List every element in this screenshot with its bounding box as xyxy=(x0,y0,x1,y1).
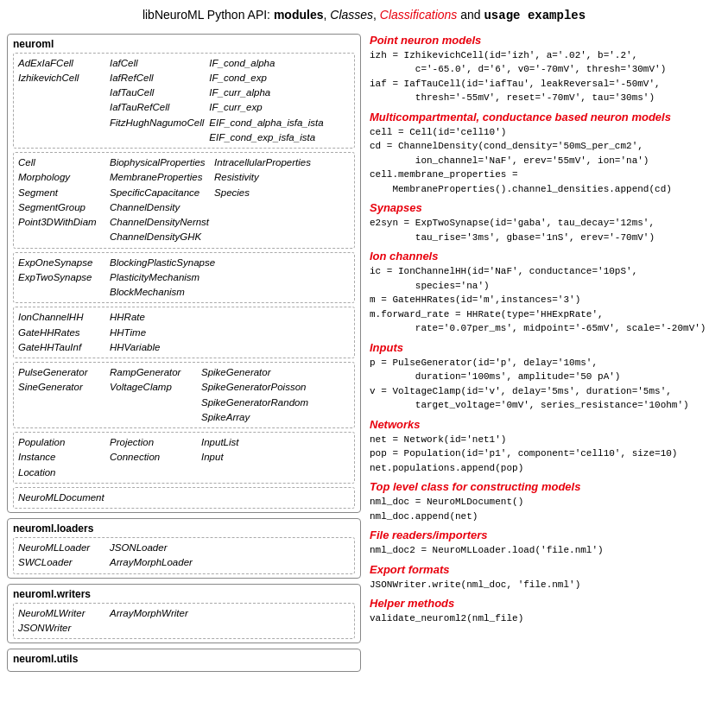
list-item: SpikeArray xyxy=(201,410,308,425)
neuroml-subbox-3-col-0: IonChannelHH GateHHRates GateHHTauInf xyxy=(18,310,104,355)
neuroml-subbox-0-col-0: AdExIaFCell IzhikevichCell xyxy=(18,56,104,146)
loaders-subbox-0-col-1: JSONLoader ArrayMorphLoader xyxy=(110,541,196,571)
writers-subbox-0-col-0: NeuroMLWriter JSONWriter xyxy=(18,606,104,636)
title-classes: Classes xyxy=(330,8,373,22)
code-block-ion-channels: ic = IonChannelHH(id='NaF', conductance=… xyxy=(370,264,721,336)
title-usage: usage examples xyxy=(484,9,586,22)
neuroml-subbox-0-col-1: IafCell IafRefCell IafTauCell IafTauRefC… xyxy=(110,56,204,146)
section-header-file-readers: File readers/importers xyxy=(370,529,721,541)
code-block-synapses: e2syn = ExpTwoSynapse(id='gaba', tau_dec… xyxy=(370,216,721,244)
neuroml-subbox-0-col-2: IF_cond_alpha IF_cond_exp IF_curr_alpha … xyxy=(209,56,323,146)
neuroml-subbox-6-row: NeuroMLDocument xyxy=(18,491,350,505)
list-item: IF_cond_alpha xyxy=(209,56,323,71)
neuroml-subbox-3-row: IonChannelHH GateHHRates GateHHTauInf HH… xyxy=(18,310,350,355)
list-item: IzhikevichCell xyxy=(18,71,104,85)
neuroml-subbox-4-row: PulseGenerator SineGenerator RampGenerat… xyxy=(18,365,350,425)
list-item: GateHHTauInf xyxy=(18,340,104,355)
loaders-subbox-0: NeuroMLLoader SWCLoader JSONLoader Array… xyxy=(13,537,355,574)
list-item: SegmentGroup xyxy=(18,200,104,215)
neuroml-subbox-5-col-0: Population Instance Location xyxy=(18,435,104,480)
list-item: HHRate xyxy=(110,310,196,325)
loaders-module-title: neuroml.loaders xyxy=(13,522,355,535)
list-item: RampGenerator xyxy=(110,365,196,380)
title-and: and xyxy=(457,8,484,22)
list-item: SWCLoader xyxy=(18,555,104,570)
left-column: neuroml AdExIaFCell IzhikevichCell IafCe… xyxy=(7,34,361,678)
writers-subbox-0-col-1: ArrayMorphWriter xyxy=(110,606,196,636)
utils-module-title: neuroml.utils xyxy=(13,653,355,665)
neuroml-subbox-6-col-0: NeuroMLDocument xyxy=(18,491,104,505)
list-item: GateHHRates xyxy=(18,326,104,340)
right-column: Point neuron models izh = IzhikevichCell… xyxy=(370,34,721,678)
neuroml-subbox-2-col-0: ExpOneSynapse ExpTwoSynapse xyxy=(18,256,104,301)
title-comma2: , xyxy=(373,8,380,22)
list-item: Morphology xyxy=(18,170,104,185)
list-item: Population xyxy=(18,435,104,450)
list-item: HHVariable xyxy=(110,340,196,355)
section-header-synapses: Synapses xyxy=(370,201,721,214)
list-item: PulseGenerator xyxy=(18,365,104,380)
section-header-ion-channels: Ion channels xyxy=(370,250,721,263)
section-header-inputs: Inputs xyxy=(370,341,721,354)
section-header-multicomp: Multicompartmental, conductance based ne… xyxy=(370,111,721,123)
loaders-subbox-0-col-0: NeuroMLLoader SWCLoader xyxy=(18,541,104,571)
list-item: IafTauCell xyxy=(110,85,204,100)
section-header-point-neuron: Point neuron models xyxy=(370,34,721,47)
neuroml-subbox-1-col-0: Cell Morphology Segment SegmentGroup Poi… xyxy=(18,155,104,245)
list-item: IntracellularProperties xyxy=(214,155,311,170)
section-header-top-level: Top level class for constructing models xyxy=(370,480,721,493)
utils-module-box: neuroml.utils xyxy=(7,649,361,672)
list-item: ArrayMorphWriter xyxy=(110,606,196,621)
neuroml-subbox-5-row: Population Instance Location Projection … xyxy=(18,435,350,480)
list-item: SpikeGeneratorPoisson xyxy=(201,380,308,395)
neuroml-subbox-2-row: ExpOneSynapse ExpTwoSynapse BlockingPlas… xyxy=(18,256,350,301)
list-item: IF_curr_alpha xyxy=(209,85,323,100)
neuroml-subbox-3: IonChannelHH GateHHRates GateHHTauInf HH… xyxy=(13,307,355,358)
list-item: SpikeGeneratorRandom xyxy=(201,396,308,410)
title-prefix: libNeuroML Python API: xyxy=(142,8,274,22)
writers-module-title: neuroml.writers xyxy=(13,588,355,600)
title-classifications: Classifications xyxy=(380,8,457,22)
code-block-inputs: p = PulseGenerator(id='p', delay='10ms',… xyxy=(370,356,721,413)
code-block-networks: net = Network(id='net1') pop = Populatio… xyxy=(370,433,721,476)
section-header-helper: Helper methods xyxy=(370,597,721,610)
title-modules: modules xyxy=(274,8,324,22)
neuroml-subbox-1-col-2: IntracellularProperties Resistivity Spec… xyxy=(214,155,311,245)
neuroml-subbox-4-col-2: SpikeGenerator SpikeGeneratorPoisson Spi… xyxy=(201,365,308,425)
section-header-export: Export formats xyxy=(370,563,721,576)
list-item: Projection xyxy=(110,435,196,450)
neuroml-subbox-4-col-0: PulseGenerator SineGenerator xyxy=(18,365,104,425)
loaders-subbox-0-row: NeuroMLLoader SWCLoader JSONLoader Array… xyxy=(18,541,350,571)
writers-subbox-0: NeuroMLWriter JSONWriter ArrayMorphWrite… xyxy=(13,603,355,640)
code-block-file-readers: nml_doc2 = NeuroMLLoader.load('file.nml'… xyxy=(370,543,721,558)
list-item: IafRefCell xyxy=(110,71,204,85)
list-item: NeuroMLDocument xyxy=(18,491,104,505)
list-item: BlockingPlasticSynapse xyxy=(110,256,215,270)
neuroml-subbox-4: PulseGenerator SineGenerator RampGenerat… xyxy=(13,362,355,428)
list-item: Resistivity xyxy=(214,170,311,185)
list-item: Point3DWithDiam xyxy=(18,215,104,230)
list-item: BlockMechanism xyxy=(110,285,215,300)
neuroml-subbox-5-col-2: InputList Input xyxy=(201,435,288,480)
list-item: FitzHughNagumoCell xyxy=(110,116,204,130)
list-item: ExpOneSynapse xyxy=(18,256,104,270)
list-item: JSONLoader xyxy=(110,541,196,555)
list-item: Instance xyxy=(18,450,104,465)
neuroml-subbox-5-col-1: Projection Connection xyxy=(110,435,196,480)
list-item: Input xyxy=(201,450,288,465)
list-item: ChannelDensityGHK xyxy=(110,230,209,244)
neuroml-subbox-4-col-1: RampGenerator VoltageClamp xyxy=(110,365,196,425)
list-item: MembraneProperties xyxy=(110,170,209,185)
writers-module-box: neuroml.writers NeuroMLWriter JSONWriter… xyxy=(7,584,361,644)
list-item: Location xyxy=(18,465,104,480)
neuroml-subbox-2-col-1: BlockingPlasticSynapse PlasticityMechani… xyxy=(110,256,215,301)
page-title: libNeuroML Python API: modules, Classes,… xyxy=(7,7,721,25)
list-item: NeuroMLLoader xyxy=(18,541,104,555)
list-item: HHTime xyxy=(110,326,196,340)
neuroml-module-title: neuroml xyxy=(13,38,355,50)
neuroml-subbox-1-row: Cell Morphology Segment SegmentGroup Poi… xyxy=(18,155,350,245)
code-block-top-level: nml_doc = NeuroMLDocument() nml_doc.appe… xyxy=(370,495,721,523)
list-item: IonChannelHH xyxy=(18,310,104,325)
list-item: IF_cond_exp xyxy=(209,71,323,85)
neuroml-subbox-0: AdExIaFCell IzhikevichCell IafCell IafRe… xyxy=(13,53,355,149)
